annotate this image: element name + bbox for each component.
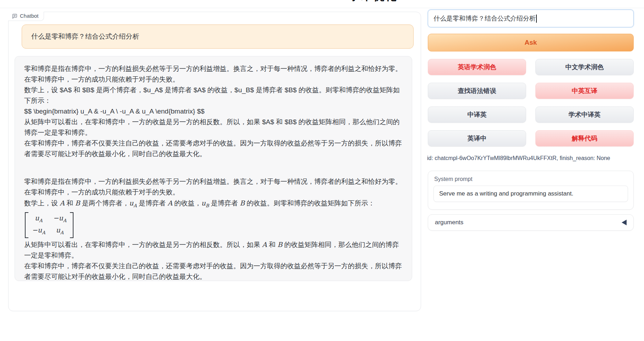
chat-bubble-icon xyxy=(12,13,17,19)
bot-paragraph: $$ \begin{bmatrix} u_A & -u_A \ -u_A & u… xyxy=(24,106,403,117)
page-title-clipped: ChatGPT 学术优化 xyxy=(270,0,419,3)
bot-paragraph: 零和博弈是指在博弈中，一方的利益损失必然等于另一方的利益增益。换言之，对于每一种… xyxy=(24,64,403,85)
system-prompt-input[interactable]: Serve me as a writing and programming as… xyxy=(433,186,628,202)
paragraph-gap xyxy=(24,159,403,176)
bot-paragraph: uA−uA−uAuA xyxy=(24,211,403,240)
bot-paragraph: 在零和博弈中，博弈者不仅要关注自己的收益，还需要考虑对手的收益。因为一方取得的收… xyxy=(24,261,403,281)
page-title-text: ChatGPT 学术优化 xyxy=(270,0,419,3)
quick-action-button-1[interactable]: 中文学术润色 xyxy=(535,59,634,75)
question-input-value: 什么是零和博弈？结合公式介绍分析 xyxy=(433,14,536,23)
accordion-label: arguments xyxy=(435,219,463,226)
system-prompt-group: System prompt Serve me as a writing and … xyxy=(428,171,634,210)
bot-paragraph: 数学上，设 $A$ 和 $B$ 是两个博弈者，$u_A$ 是博弈者 $A$ 的收… xyxy=(24,85,403,106)
system-prompt-label: System prompt xyxy=(434,176,628,182)
app: ChatGPT 学术优化 Chatbot 什么是零和博弈？结合公式介绍分析 零和… xyxy=(0,0,644,341)
quick-action-button-0[interactable]: 英语学术润色 xyxy=(428,59,526,75)
response-meta: id: chatcmpl-6wOo7KrYTwMl89lbrMWRu4UkFFX… xyxy=(427,155,610,161)
quick-action-button-7[interactable]: 解释代码 xyxy=(535,130,634,147)
text-cursor xyxy=(536,15,537,23)
ask-button[interactable]: Ask xyxy=(428,34,634,51)
bot-paragraph: 数学上，设 A 和 B 是两个博弈者，uA 是博弈者 A 的收益，uB 是博弈者… xyxy=(24,198,403,211)
bot-paragraph: 从矩阵中可以看出，在零和博弈中，一方的收益是另一方的相反数。所以，如果 A 和 … xyxy=(24,239,403,261)
chatbot-panel: Chatbot 什么是零和博弈？结合公式介绍分析 零和博弈是指在博弈中，一方的利… xyxy=(8,12,421,311)
payoff-matrix: uA−uA−uAuA xyxy=(25,212,73,238)
bot-paragraph: 在零和博弈中，博弈者不仅要关注自己的收益，还需要考虑对手的收益。因为一方取得的收… xyxy=(24,138,403,159)
quick-action-button-4[interactable]: 中译英 xyxy=(428,106,526,123)
arguments-accordion[interactable]: arguments xyxy=(428,214,634,231)
chatbot-label: Chatbot xyxy=(8,12,44,21)
quick-action-button-6[interactable]: 英译中 xyxy=(428,130,526,147)
user-message: 什么是零和博弈？结合公式介绍分析 xyxy=(22,24,414,49)
collapse-arrow-icon xyxy=(622,220,627,225)
top-divider xyxy=(0,8,644,8)
user-message-text: 什么是零和博弈？结合公式介绍分析 xyxy=(31,32,139,41)
quick-action-button-5[interactable]: 学术中译英 xyxy=(535,106,634,123)
bot-message: 零和博弈是指在博弈中，一方的利益损失必然等于另一方的利益增益。换言之，对于每一种… xyxy=(15,56,412,281)
question-input[interactable]: 什么是零和博弈？结合公式介绍分析 xyxy=(428,10,634,27)
quick-action-button-3[interactable]: 中英互译 xyxy=(535,83,634,99)
system-prompt-value: Serve me as a writing and programming as… xyxy=(439,190,573,197)
quick-action-button-2[interactable]: 查找语法错误 xyxy=(428,83,526,99)
bot-paragraph: 零和博弈是指在博弈中，一方的利益损失必然等于另一方的利益增益。换言之，对于每一种… xyxy=(24,176,403,198)
chatbot-label-text: Chatbot xyxy=(20,13,39,19)
bot-paragraph: 从矩阵中可以看出，在零和博弈中，一方的收益是另一方的相反数。所以，如果 $A$ … xyxy=(24,117,403,138)
quick-actions-grid: 英语学术润色中文学术润色查找语法错误中英互译中译英学术中译英英译中解释代码 xyxy=(428,59,634,147)
